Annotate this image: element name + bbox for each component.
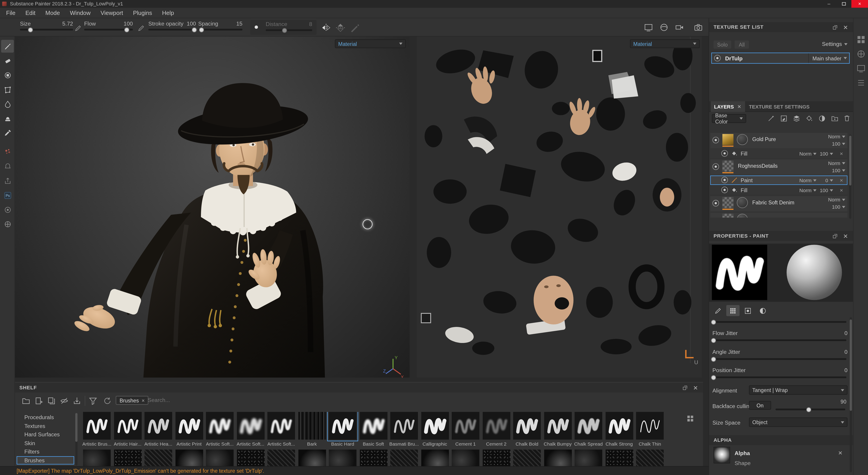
brush-thumbnail[interactable]: [452, 412, 479, 440]
copy-icon[interactable]: [47, 396, 56, 405]
shelf-category-filters[interactable]: Filters: [17, 447, 74, 456]
brush-thumbnail[interactable]: [360, 412, 387, 440]
backface-angle-value[interactable]: 90: [840, 398, 846, 405]
layer-row[interactable]: [710, 212, 847, 217]
add-layer-stack-icon[interactable]: [793, 115, 800, 122]
layer-thumbnail[interactable]: [722, 197, 734, 208]
flow-jitter-slider[interactable]: [712, 339, 846, 341]
position-jitter-value[interactable]: 0: [844, 367, 848, 373]
flow-value[interactable]: 100: [124, 21, 133, 27]
brush-thumbnail[interactable]: [544, 450, 571, 466]
brush-thumbnail[interactable]: [237, 412, 264, 440]
brush-thumbnail[interactable]: [390, 412, 418, 440]
projection-tool-button[interactable]: [1, 69, 14, 81]
brush-thumbnail[interactable]: [544, 412, 571, 440]
layer-name[interactable]: RoghnessDetails: [738, 162, 778, 170]
effect-row[interactable]: FillNorm100×: [710, 185, 847, 195]
display-settings-icon[interactable]: [644, 23, 653, 32]
brush-thumbnail[interactable]: [206, 450, 234, 466]
brush-item[interactable]: Chalk Bold: [512, 412, 542, 447]
shader-sphere-icon[interactable]: [659, 23, 669, 32]
layer-row[interactable]: Gold PureNorm100: [710, 133, 847, 149]
brush-item[interactable]: [297, 450, 327, 466]
mirror-uv-icon[interactable]: [336, 23, 345, 33]
effect-opacity[interactable]: 100: [820, 151, 828, 156]
shader-select[interactable]: Main shader: [808, 53, 847, 64]
brush-thumbnail[interactable]: [145, 412, 172, 440]
import-icon[interactable]: [72, 396, 81, 405]
brush-thumbnail[interactable]: [390, 450, 418, 466]
delete-effect-icon[interactable]: ×: [840, 149, 843, 158]
clone-tool-button[interactable]: [1, 112, 14, 125]
backface-culling-toggle[interactable]: On: [749, 401, 771, 410]
layer-thumbnail[interactable]: [722, 214, 734, 217]
brush-thumbnail[interactable]: [114, 412, 141, 440]
size-space-select[interactable]: Object: [749, 417, 847, 427]
brush-item[interactable]: [328, 450, 358, 466]
close-icon[interactable]: [737, 104, 742, 109]
layers-scrollbar[interactable]: [849, 135, 851, 219]
brush-item[interactable]: Artistic Soft...: [266, 412, 296, 447]
dock-grid-icon[interactable]: [856, 35, 866, 44]
layer-blend-mode[interactable]: Norm: [828, 160, 840, 166]
layer-opacity[interactable]: 100: [832, 141, 840, 147]
tab-layers[interactable]: LAYERS: [711, 101, 745, 112]
flow-slider-group[interactable]: Flow100: [84, 21, 133, 31]
brush-thumbnail[interactable]: [605, 412, 633, 440]
brush-item[interactable]: [481, 450, 511, 466]
brush-thumbnail[interactable]: [421, 412, 448, 440]
brush-thumbnail[interactable]: [421, 450, 448, 466]
brush-item[interactable]: [574, 450, 603, 466]
shelf-category-skin[interactable]: Skin: [17, 439, 74, 447]
brush-thumbnail[interactable]: [145, 450, 172, 466]
tab-brush-settings[interactable]: [711, 305, 725, 316]
size-slider[interactable]: [20, 29, 73, 30]
brush-item[interactable]: [420, 450, 450, 466]
brush-item[interactable]: Bark: [297, 412, 327, 447]
tab-material-settings[interactable]: [756, 305, 770, 316]
expand-icon[interactable]: [832, 233, 838, 239]
brush-item[interactable]: Cement 2: [481, 412, 511, 447]
backface-angle-slider-handle[interactable]: [807, 407, 811, 412]
brush-item[interactable]: Chalk Strong: [604, 412, 634, 447]
channel-select[interactable]: Base Color: [712, 114, 746, 123]
layer-name[interactable]: Fabric Soft Denim: [752, 199, 794, 206]
brush-item[interactable]: Calligraphic: [420, 412, 450, 447]
layer-opacity[interactable]: 100: [832, 168, 840, 173]
expand-icon[interactable]: [682, 385, 688, 391]
effect-name[interactable]: Fill: [741, 149, 747, 158]
brush-thumbnail[interactable]: [114, 450, 141, 466]
dock-display-icon[interactable]: [856, 64, 866, 73]
brush-thumbnail[interactable]: [298, 412, 326, 440]
shelf-category-brushes[interactable]: Brushes: [17, 456, 74, 465]
backface-angle-slider[interactable]: [776, 409, 845, 410]
close-icon[interactable]: [692, 385, 699, 391]
pen-icon[interactable]: [350, 23, 360, 33]
add-folder-icon[interactable]: [831, 115, 839, 122]
shelf-search-input[interactable]: [147, 396, 324, 404]
effect-opacity[interactable]: 100: [820, 187, 828, 193]
flow-jitter-slider-handle[interactable]: [711, 338, 716, 343]
brush-item[interactable]: [174, 450, 204, 466]
brush-item[interactable]: [82, 450, 112, 466]
brush-thumbnail[interactable]: [513, 450, 541, 466]
brush-item[interactable]: Artistic Hea...: [143, 412, 173, 447]
pencil-icon[interactable]: [74, 24, 82, 32]
add-smart-mask-icon[interactable]: [818, 115, 826, 122]
filter-icon[interactable]: [89, 396, 97, 405]
brush-item[interactable]: Artistic Print: [174, 412, 204, 447]
effect-visibility-icon[interactable]: [721, 177, 728, 183]
viewport2d-material-select[interactable]: Material: [630, 39, 700, 48]
brush-thumbnail[interactable]: [605, 450, 633, 466]
flow-slider-handle[interactable]: [124, 27, 129, 32]
effect-visibility-icon[interactable]: [721, 150, 728, 157]
brush-thumbnail[interactable]: [329, 450, 356, 466]
brush-item[interactable]: Artistic Soft...: [205, 412, 235, 447]
size-slider-handle[interactable]: [28, 27, 33, 32]
camera-photo-icon[interactable]: [693, 23, 703, 32]
brush-thumbnail[interactable]: [483, 412, 510, 440]
material-picker-tool-button[interactable]: [1, 126, 14, 139]
effect-blend-mode[interactable]: Norm: [799, 187, 811, 193]
brush-thumbnail[interactable]: [483, 450, 510, 466]
position-jitter-slider-handle[interactable]: [711, 375, 716, 380]
